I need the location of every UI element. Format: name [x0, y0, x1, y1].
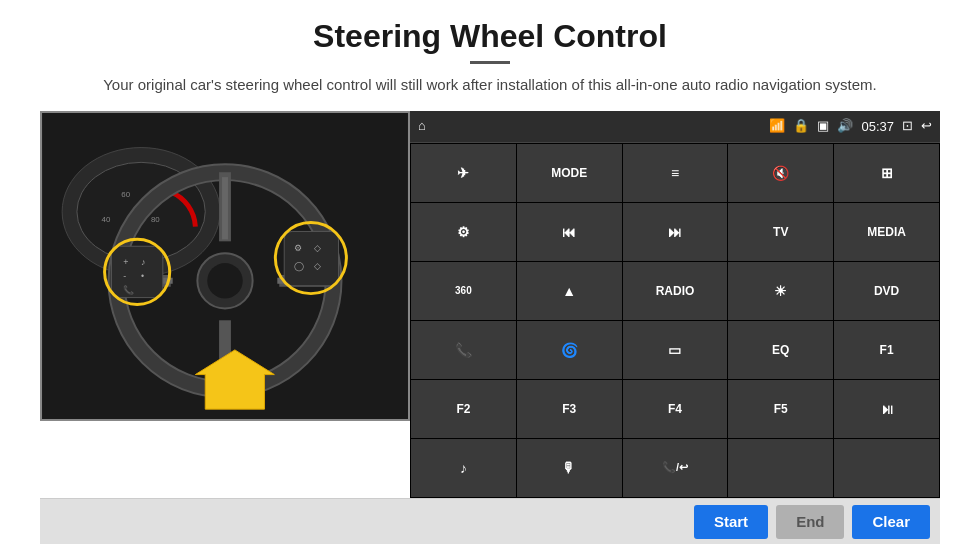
svg-text:♪: ♪ [141, 257, 145, 267]
page-container: Steering Wheel Control Your original car… [0, 0, 980, 544]
dvd-btn[interactable]: DVD [834, 262, 939, 320]
home-icon: ⌂ [418, 118, 426, 134]
nav2-btn[interactable]: 🌀 [517, 321, 622, 379]
apps-btn[interactable]: ⊞ [834, 144, 939, 202]
radio-btn[interactable]: RADIO [623, 262, 728, 320]
sd-icon: ▣ [817, 118, 829, 134]
page-title: Steering Wheel Control [313, 18, 667, 55]
svg-text:+: + [123, 257, 128, 267]
end-button[interactable]: End [776, 505, 844, 539]
brightness-btn[interactable]: ☀ [728, 262, 833, 320]
radio-panel: ⌂ 📶 🔒 ▣ 🔊 05:37 ⊡ ↩ ✈ [410, 111, 940, 499]
svg-text:◇: ◇ [314, 260, 321, 270]
topbar-right: 📶 🔒 ▣ 🔊 05:37 ⊡ ↩ [769, 118, 932, 134]
music-btn[interactable]: ♪ [411, 439, 516, 497]
mode-btn[interactable]: MODE [517, 144, 622, 202]
navigate-btn[interactable]: ✈ [411, 144, 516, 202]
topbar-left: ⌂ [418, 118, 426, 134]
mirror-btn[interactable]: ▭ [623, 321, 728, 379]
topbar-time: 05:37 [861, 119, 894, 134]
eq-btn[interactable]: EQ [728, 321, 833, 379]
lock-icon: 🔒 [793, 118, 809, 134]
svg-text:◯: ◯ [294, 260, 304, 271]
phone-btn[interactable]: 📞 [411, 321, 516, 379]
eject-btn[interactable]: ▲ [517, 262, 622, 320]
wifi-icon: 📶 [769, 118, 785, 134]
svg-text:•: • [141, 270, 144, 280]
blank-btn1[interactable] [728, 439, 833, 497]
svg-text:80: 80 [151, 214, 160, 223]
bt-icon: 🔊 [837, 118, 853, 134]
window-icon: ⊡ [902, 118, 913, 134]
bottom-bar: Start End Clear [40, 498, 940, 544]
f4-btn[interactable]: F4 [623, 380, 728, 438]
mute-btn[interactable]: 🔇 [728, 144, 833, 202]
button-grid: ✈ MODE ≡ 🔇 ⊞ ⚙ ⏮ [410, 143, 940, 499]
prev-btn[interactable]: ⏮ [517, 203, 622, 261]
playpause-btn[interactable]: ⏯ [834, 380, 939, 438]
back-icon: ↩ [921, 118, 932, 134]
svg-text:40: 40 [102, 214, 111, 223]
svg-text:-: - [123, 270, 126, 280]
content-row: 60 40 80 20 [40, 111, 940, 499]
svg-point-17 [207, 263, 243, 299]
next-btn[interactable]: ⏭ [623, 203, 728, 261]
f2-btn[interactable]: F2 [411, 380, 516, 438]
menu-btn[interactable]: ≡ [623, 144, 728, 202]
svg-text:⚙: ⚙ [294, 243, 302, 253]
360cam-btn[interactable]: 360 [411, 262, 516, 320]
blank-btn2[interactable] [834, 439, 939, 497]
steering-wheel-image: 60 40 80 20 [40, 111, 410, 421]
svg-text:📞: 📞 [123, 283, 135, 295]
svg-rect-18 [111, 246, 162, 297]
f5-btn[interactable]: F5 [728, 380, 833, 438]
f1-btn[interactable]: F1 [834, 321, 939, 379]
start-button[interactable]: Start [694, 505, 768, 539]
svg-rect-24 [284, 231, 338, 285]
tv-btn[interactable]: TV [728, 203, 833, 261]
media-btn[interactable]: MEDIA [834, 203, 939, 261]
call-hangup-btn[interactable]: 📞/↩ [623, 439, 728, 497]
steering-wheel-svg: 60 40 80 20 [42, 113, 408, 419]
f3-btn[interactable]: F3 [517, 380, 622, 438]
page-subtitle: Your original car's steering wheel contr… [103, 74, 877, 97]
title-divider [470, 61, 510, 64]
clear-button[interactable]: Clear [852, 505, 930, 539]
svg-text:60: 60 [121, 189, 130, 198]
settings-btn[interactable]: ⚙ [411, 203, 516, 261]
svg-text:◇: ◇ [314, 243, 321, 253]
panel-topbar: ⌂ 📶 🔒 ▣ 🔊 05:37 ⊡ ↩ [410, 111, 940, 143]
mic-btn[interactable]: 🎙 [517, 439, 622, 497]
